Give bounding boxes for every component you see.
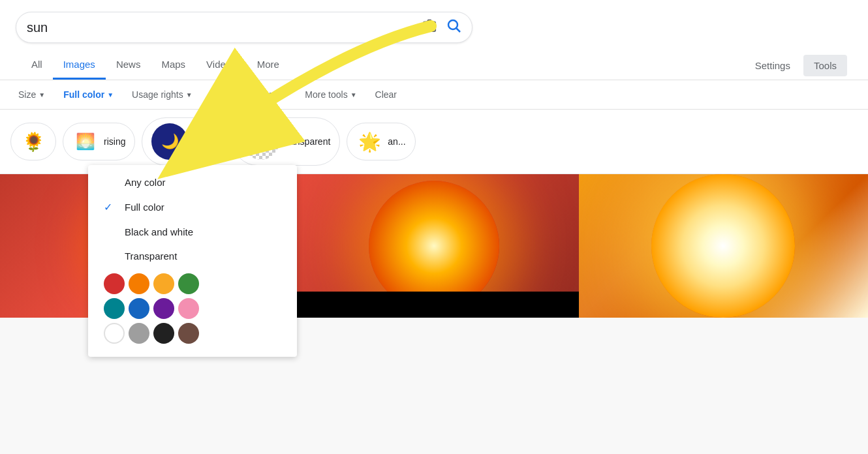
color-swatch-green[interactable] xyxy=(178,273,199,294)
color-swatch-teal[interactable] xyxy=(104,298,125,319)
time-filter[interactable]: Time ▼ xyxy=(250,85,295,104)
time-arrow-icon: ▼ xyxy=(280,91,287,98)
settings-button[interactable]: Settings xyxy=(745,55,801,76)
related-chip-sun[interactable]: 🌻 xyxy=(10,123,56,160)
tools-button[interactable]: Tools xyxy=(803,55,847,76)
any-color-label: Any color xyxy=(125,177,166,188)
size-arrow-icon: ▼ xyxy=(39,91,45,98)
color-filter[interactable]: Full color ▼ xyxy=(55,85,121,104)
related-chip-transparent[interactable]: ⭐ transparent xyxy=(233,117,341,166)
chip-rising-image: 🌅 xyxy=(72,129,99,155)
related-chip-moon[interactable]: 🌙 moon xyxy=(142,117,226,166)
size-filter[interactable]: Size ▼ xyxy=(10,85,53,104)
search-area: All Images News Maps Videos More Setting… xyxy=(0,0,868,80)
filter-row: Size ▼ Full color ▼ Usage rights ▼ Type … xyxy=(0,80,868,110)
color-swatch-blue[interactable] xyxy=(129,298,149,319)
color-swatch-yellow[interactable] xyxy=(153,273,174,294)
chip-moon-image: 🌙 xyxy=(151,123,188,160)
color-swatch-black[interactable] xyxy=(153,323,174,344)
search-input[interactable] xyxy=(27,20,417,35)
color-swatch-orange[interactable] xyxy=(129,273,149,294)
dropdown-item-full-color[interactable]: ✓ Full color xyxy=(88,194,297,220)
color-swatch-gray[interactable] xyxy=(129,323,149,344)
chip-transparent-image: ⭐ xyxy=(243,123,279,160)
chip-rising-label: rising xyxy=(104,136,125,147)
related-chip-rising[interactable]: 🌅 rising xyxy=(63,123,135,160)
tab-all[interactable]: All xyxy=(21,51,53,80)
dropdown-item-black-white[interactable]: Black and white xyxy=(88,220,297,244)
chip-sun-image: 🌻 xyxy=(20,129,46,155)
black-white-label: Black and white xyxy=(125,226,193,237)
color-swatch-purple[interactable] xyxy=(153,298,174,319)
svg-point-2 xyxy=(448,20,457,29)
more-tools-filter[interactable]: More tools ▼ xyxy=(297,85,364,104)
tab-more[interactable]: More xyxy=(247,51,290,80)
tab-videos[interactable]: Videos xyxy=(196,51,247,80)
chip-transparent-label: transparent xyxy=(285,136,331,147)
color-dropdown: Any color ✓ Full color Black and white T… xyxy=(88,165,297,357)
related-chip-last[interactable]: 🌟 an... xyxy=(347,123,415,160)
svg-rect-0 xyxy=(424,22,435,32)
color-swatch-brown[interactable] xyxy=(178,323,199,344)
tab-news[interactable]: News xyxy=(106,51,151,80)
search-icon[interactable] xyxy=(446,18,461,37)
image-result-2[interactable] xyxy=(289,174,578,318)
color-swatches xyxy=(88,268,297,352)
color-swatch-pink[interactable] xyxy=(178,298,199,319)
clear-button[interactable]: Clear xyxy=(367,85,405,104)
dropdown-item-any-color[interactable]: Any color xyxy=(88,170,297,194)
svg-line-3 xyxy=(457,29,461,33)
nav-tabs: All Images News Maps Videos More Setting… xyxy=(16,51,852,80)
check-icon-full: ✓ xyxy=(104,201,117,213)
search-icons xyxy=(422,18,461,37)
usage-arrow-icon: ▼ xyxy=(186,91,193,98)
camera-icon[interactable] xyxy=(422,18,437,37)
dropdown-item-transparent[interactable]: Transparent xyxy=(88,244,297,268)
usage-filter[interactable]: Usage rights ▼ xyxy=(124,85,200,104)
tab-images[interactable]: Images xyxy=(53,51,106,80)
chip-last-image: 🌟 xyxy=(356,129,382,155)
more-tools-arrow-icon: ▼ xyxy=(350,91,357,98)
color-swatch-white[interactable] xyxy=(104,323,125,344)
color-swatch-red[interactable] xyxy=(104,273,125,294)
chip-moon-label: moon xyxy=(193,136,216,147)
search-box xyxy=(16,12,473,43)
image-result-3[interactable] xyxy=(579,174,868,318)
type-filter[interactable]: Type ▼ xyxy=(203,85,247,104)
transparent-label: Transparent xyxy=(125,250,177,262)
color-arrow-icon: ▼ xyxy=(107,91,114,98)
chip-last-label: an... xyxy=(388,136,405,147)
svg-point-1 xyxy=(427,24,431,29)
tab-maps[interactable]: Maps xyxy=(151,51,196,80)
type-arrow-icon: ▼ xyxy=(233,91,240,98)
full-color-label: Full color xyxy=(125,202,164,213)
search-bar-row xyxy=(16,12,852,43)
